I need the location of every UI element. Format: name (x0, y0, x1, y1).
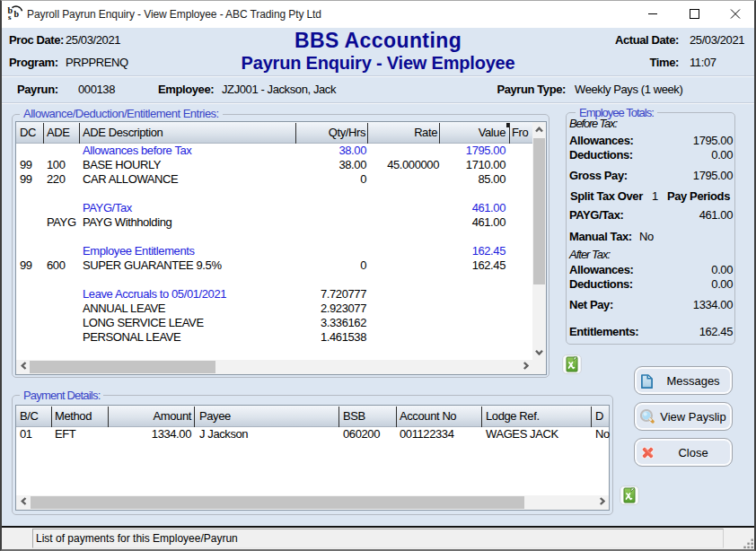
svg-text:b: b (14, 9, 20, 19)
svg-text:s: s (8, 13, 12, 22)
